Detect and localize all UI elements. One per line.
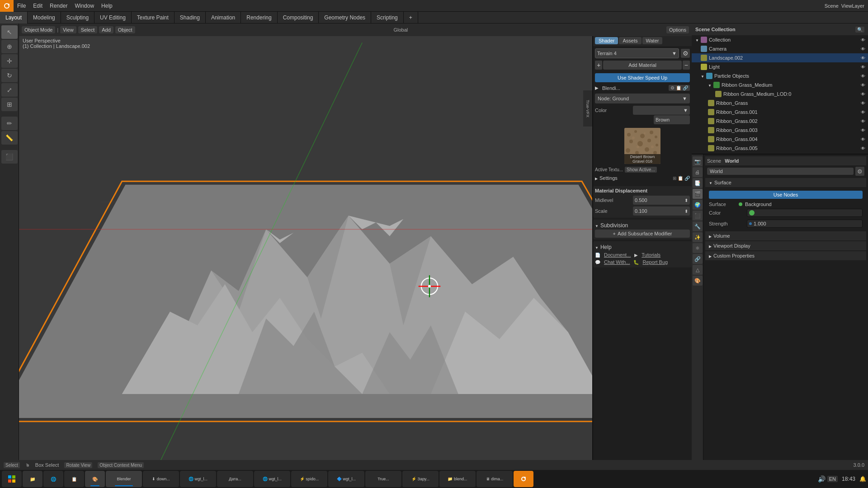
tab-scripting[interactable]: Scripting [371, 12, 404, 23]
prop-render-icon[interactable]: 📷 [693, 156, 703, 166]
light-visibility[interactable]: 👁 [860, 64, 866, 70]
particle-visibility[interactable]: 👁 [860, 73, 866, 79]
prop-particles-icon[interactable]: ✨ [693, 232, 703, 242]
collection-visibility[interactable]: 👁 [860, 37, 866, 43]
notifications-icon[interactable]: 🔔 [859, 476, 866, 482]
tool-transform[interactable]: ⊞ [1, 98, 18, 111]
menu-file[interactable]: File [14, 0, 29, 12]
color-dropdown[interactable]: ▼ [633, 106, 690, 115]
taskbar-wgt3[interactable]: 🔷 wgt_l... [328, 471, 364, 487]
viewport-display-header[interactable]: Viewport Display [705, 241, 866, 250]
prop-physics-icon[interactable]: ⚛ [693, 243, 703, 253]
midlevel-field[interactable]: 0.500 ⬍ [633, 196, 690, 205]
prop-world-icon[interactable]: 🌍 [693, 200, 703, 210]
lang-indicator[interactable]: EN [827, 476, 838, 482]
tool-cursor[interactable]: ⊕ [1, 40, 18, 53]
texture-preview[interactable]: Desert Brown Gravel 016 [624, 128, 660, 164]
ribbon-lod-visibility[interactable]: 👁 [860, 91, 866, 97]
outliner-filter-btn[interactable]: 🔍 [855, 27, 864, 33]
prop-material-icon[interactable]: 🎨 [693, 276, 703, 286]
tab-add[interactable]: + [404, 12, 418, 23]
tool-select[interactable]: ↖ [1, 25, 18, 39]
tab-shader[interactable]: Shader [595, 37, 618, 44]
world-settings-btn[interactable]: ⚙ [855, 167, 864, 176]
tab-compositing[interactable]: Compositing [278, 12, 319, 23]
outliner-item-landscape[interactable]: Landscape.002 👁 [692, 53, 868, 62]
select-status[interactable]: Select [4, 462, 20, 468]
tab-layout[interactable]: Layout [0, 12, 28, 23]
vfx-sidebar-tab[interactable]: True-VFX [583, 90, 592, 127]
terrain-settings-btn[interactable]: ⚙ [681, 49, 690, 58]
taskbar-blend[interactable]: 📁 blend... [439, 471, 476, 487]
terrain-viewport[interactable]: Y Z [19, 23, 692, 461]
volume-icon[interactable]: 🔊 [818, 475, 826, 483]
prop-modifier-icon[interactable]: 🔧 [693, 221, 703, 231]
ribbon-002-visibility[interactable]: 👁 [860, 118, 866, 124]
strength-value-field[interactable]: 1.000 [747, 220, 863, 228]
taskbar-blender[interactable]: Blender [106, 471, 142, 487]
surface-header[interactable]: Surface [705, 178, 866, 187]
tool-annotate[interactable]: ✏ [1, 117, 18, 130]
outliner-item-ribbon-002[interactable]: Ribbon_Grass.002 👁 [692, 117, 868, 126]
volume-header[interactable]: Volume [705, 231, 866, 240]
custom-props-header[interactable]: Custom Properties [705, 251, 866, 260]
viewport-3d[interactable]: Object Mode | View Select Add Object Glo… [19, 23, 692, 461]
taskbar-wgt2[interactable]: 🌐 wgt_l... [254, 471, 290, 487]
tool-measure[interactable]: 📏 [1, 131, 18, 145]
subdivision-header[interactable]: Subdivision [595, 221, 690, 230]
view-menu-btn[interactable]: View [60, 26, 76, 33]
ribbon-001-visibility[interactable]: 👁 [860, 109, 866, 115]
start-btn[interactable] [2, 471, 22, 487]
use-nodes-btn[interactable]: Use Nodes [709, 191, 863, 199]
ribbon-004-visibility[interactable]: 👁 [860, 136, 866, 142]
ribbon-visibility[interactable]: 👁 [860, 100, 866, 106]
outliner-item-ribbon-grass-medium[interactable]: Ribbon Grass_Medium 👁 [692, 80, 868, 89]
tab-sculpting[interactable]: Sculpting [61, 12, 94, 23]
prop-output-icon[interactable]: 🖨 [693, 167, 703, 177]
menu-window[interactable]: Window [71, 0, 98, 12]
ribbon-003-visibility[interactable]: 👁 [860, 127, 866, 133]
menu-help[interactable]: Help [98, 0, 116, 12]
tab-animation[interactable]: Animation [206, 12, 241, 23]
taskbar-zarpy[interactable]: ⚡ Зару... [402, 471, 439, 487]
settings-row[interactable]: Settings ⊞ 📋 🔗 [595, 174, 690, 183]
tool-add-cube[interactable]: ⬛ [1, 150, 18, 164]
color-prop-value[interactable] [747, 209, 863, 217]
options-btn[interactable]: Options [666, 26, 689, 33]
report-bug-link[interactable]: Report Bug [642, 259, 668, 265]
outliner-item-collection[interactable]: Collection 👁 [692, 35, 868, 44]
outliner-item-ribbon-001[interactable]: Ribbon_Grass.001 👁 [692, 108, 868, 117]
tab-rendering[interactable]: Rendering [241, 12, 277, 23]
scale-field[interactable]: 0.100 ⬍ [633, 206, 690, 216]
prop-object-data-icon[interactable]: △ [693, 265, 703, 275]
landscape-visibility[interactable]: 👁 [860, 55, 866, 61]
show-active-btn[interactable]: Show Active... [625, 167, 657, 173]
tab-water[interactable]: Water [642, 37, 663, 44]
document-link[interactable]: Document... [604, 252, 631, 258]
ribbon-005-visibility[interactable]: 👁 [860, 145, 866, 151]
taskbar-notepad[interactable]: 📋 [64, 471, 84, 487]
add-menu-btn[interactable]: Add [99, 26, 113, 33]
outliner-item-ribbon-004[interactable]: Ribbon_Grass.004 👁 [692, 135, 868, 144]
blend-icons-btn[interactable]: ⚙ 📋 🔗 [669, 85, 690, 91]
tab-modeling[interactable]: Modeling [28, 12, 61, 23]
taskbar-browser1[interactable]: 🌐 [43, 471, 63, 487]
menu-render[interactable]: Render [46, 0, 71, 12]
shader-speed-btn[interactable]: Use Shader Speed Up [595, 73, 690, 82]
taskbar-spider[interactable]: ⚡ spido... [291, 471, 327, 487]
outliner-item-ribbon-lod[interactable]: Ribbon Grass_Medium_LOD:0 👁 [692, 89, 868, 99]
object-menu-btn[interactable]: Object [115, 26, 135, 33]
taskbar-paint[interactable]: 🎨 [85, 471, 105, 487]
taskbar-files[interactable]: 📁 [23, 471, 42, 487]
tab-assets[interactable]: Assets [619, 37, 641, 44]
outliner-item-ribbon-005[interactable]: Ribbon_Grass.005 👁 [692, 144, 868, 153]
add-material-plus-btn[interactable]: + [595, 61, 602, 70]
prop-view-layer-icon[interactable]: 📑 [693, 178, 703, 188]
select-menu-btn[interactable]: Select [78, 26, 98, 33]
ribbon-medium-visibility[interactable]: 👁 [860, 82, 866, 88]
tab-shading[interactable]: Shading [175, 12, 206, 23]
menu-edit[interactable]: Edit [29, 0, 46, 12]
taskbar-dima[interactable]: 🖥 dima... [476, 471, 513, 487]
prop-object-icon[interactable]: ⬛ [693, 211, 703, 221]
camera-visibility[interactable]: 👁 [860, 46, 866, 52]
